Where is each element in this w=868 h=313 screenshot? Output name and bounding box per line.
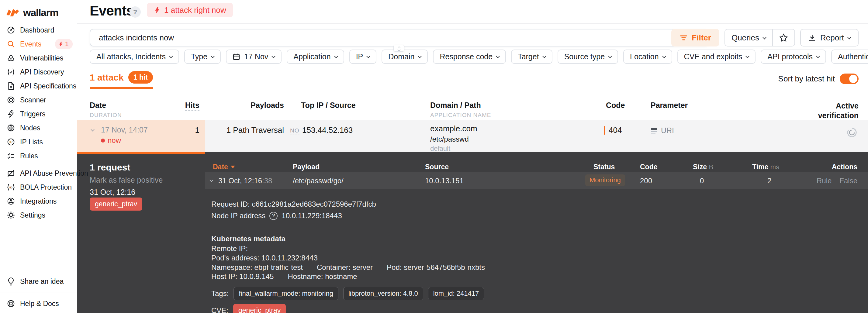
- source-country-tag[interactable]: NO: [290, 127, 300, 135]
- request-column-size[interactable]: Size B: [693, 163, 713, 171]
- attack-row[interactable]: 17 Nov, 14:07 now 1 1 Path Traversal NO …: [77, 120, 868, 152]
- sidebar-item-api-discovery[interactable]: API Discovery: [0, 65, 77, 79]
- request-column-code: Code: [640, 163, 658, 171]
- filter-chip-location[interactable]: Location: [623, 50, 672, 64]
- filter-chip-api-protocols[interactable]: API protocols: [761, 50, 826, 64]
- attack-application: default: [430, 145, 450, 153]
- rule-action-link[interactable]: Rule: [817, 177, 832, 185]
- filter-chip-target[interactable]: Target: [511, 50, 552, 64]
- report-button[interactable]: Report: [800, 29, 859, 46]
- filter-chip-type[interactable]: Type: [184, 50, 221, 64]
- sort-control: Sort by latest hit: [778, 73, 859, 84]
- column-header-domain-path: Domain / Path: [430, 101, 481, 110]
- sidebar-item-label: API Abuse Prevention: [20, 169, 88, 178]
- sidebar-item-ip-lists[interactable]: IP IP Lists: [0, 135, 77, 149]
- sort-label: Sort by latest hit: [778, 74, 835, 84]
- favorite-button[interactable]: [772, 29, 795, 46]
- filter-button[interactable]: Filter: [671, 29, 719, 46]
- queries-button[interactable]: Queries: [725, 29, 772, 46]
- events-table: Date DURATION Hits Payloads Top IP / Sou…: [77, 100, 868, 152]
- toggle-knob: [849, 75, 857, 83]
- sidebar-item-settings[interactable]: Settings: [0, 208, 77, 222]
- verification-spinner-icon[interactable]: [846, 127, 858, 138]
- host-row: Host IP: 10.0.9.145 Hostname: hostname: [211, 272, 357, 281]
- chevron-down-icon: [272, 54, 275, 58]
- filter-chip-ip[interactable]: IP: [349, 50, 377, 64]
- live-dot-icon: [101, 138, 105, 143]
- document-icon: [6, 82, 16, 91]
- attack-alert-badge[interactable]: 1 attack right now: [147, 3, 233, 17]
- request-actions: Rule False: [817, 177, 857, 185]
- search-input[interactable]: [90, 33, 671, 42]
- attack-row-body: [205, 120, 868, 152]
- attack-response-code: 404: [604, 126, 622, 135]
- selected-row-indicator: [77, 152, 205, 154]
- help-icon[interactable]: ?: [129, 6, 141, 18]
- tag-pill[interactable]: lom_id: 241417: [428, 287, 484, 300]
- node-ip-row: Node IP address ? 10.0.11.229:18443: [211, 212, 342, 220]
- sidebar-item-label: Events: [20, 40, 41, 48]
- request-column-date[interactable]: Date: [213, 163, 235, 171]
- sidebar-item-integrations[interactable]: Integrations: [0, 194, 77, 208]
- divider: [77, 89, 868, 89]
- wallarm-logo-text: wallarm: [23, 7, 58, 19]
- collapse-search-handle[interactable]: [394, 45, 404, 52]
- sidebar-item-share-an-idea[interactable]: Share an idea: [0, 274, 77, 288]
- filter-chip-authentication[interactable]: Authentication: [831, 50, 868, 64]
- sidebar-item-help-docs[interactable]: Help & Docs: [0, 296, 77, 311]
- request-id: Request ID: c661c2981a2ed683ec072596e7f7…: [211, 200, 376, 209]
- filter-chip-response-code[interactable]: Response code: [433, 50, 506, 64]
- question-circle-icon[interactable]: ?: [269, 212, 278, 220]
- biohazard-icon: [6, 54, 16, 63]
- request-details-panel: 1 request Mark as false positive 31 Oct,…: [77, 152, 868, 313]
- filter-chips: All attacks, Incidents Type 17 Nov Appli…: [90, 50, 868, 64]
- tag-pill[interactable]: libproton_version: 4.8.0: [343, 287, 423, 300]
- chevron-down-icon: [608, 54, 612, 58]
- remote-ip: Remote IP:: [211, 244, 248, 253]
- request-source: 10.0.13.151: [425, 177, 464, 185]
- attack-date: 17 Nov, 14:07: [101, 126, 148, 134]
- column-header-duration: DURATION: [90, 112, 122, 119]
- column-header-hits[interactable]: Hits: [178, 101, 199, 110]
- sidebar-item-triggers[interactable]: Triggers: [0, 107, 77, 121]
- column-header-top-ip-source: Top IP / Source: [301, 101, 356, 110]
- tab-attacks[interactable]: 1 attack 1 hit: [90, 71, 153, 89]
- sidebar-item-events[interactable]: Events 1: [0, 37, 77, 51]
- sidebar-item-vulnerabilities[interactable]: Vulnerabilities: [0, 51, 77, 65]
- request-column-actions[interactable]: Actions: [832, 163, 857, 171]
- chevron-down-icon: [496, 54, 500, 58]
- filter-chip-attacks-incidents[interactable]: All attacks, Incidents: [90, 50, 179, 64]
- column-header-code: Code: [606, 101, 625, 110]
- sort-toggle[interactable]: [840, 73, 859, 84]
- chevron-down-icon: [397, 48, 400, 51]
- sidebar-item-bola-protection[interactable]: ID BOLA Protection: [0, 180, 77, 194]
- chevron-down-icon: [816, 54, 820, 58]
- filter-chip-source-type[interactable]: Source type: [558, 50, 618, 64]
- attack-type-tag[interactable]: generic_ptrav: [90, 197, 142, 211]
- tag-pill[interactable]: final_wallarm_mode: monitoring: [234, 287, 338, 300]
- wallarm-logo[interactable]: wallarm: [0, 0, 77, 23]
- sidebar-item-label: Scanner: [20, 96, 46, 104]
- chevron-down-icon: [334, 54, 338, 58]
- request-column-time[interactable]: Time ms: [752, 163, 779, 171]
- filter-chip-application[interactable]: Application: [287, 50, 344, 64]
- sidebar-item-label: Nodes: [20, 124, 40, 132]
- cve-tag[interactable]: generic_ptrav: [233, 304, 286, 313]
- filter-chip-domain[interactable]: Domain: [381, 50, 428, 64]
- wallarm-app: wallarm Dashboard Events 1: [0, 0, 868, 313]
- sidebar-item-rules[interactable]: Rules: [0, 149, 77, 163]
- filter-chip-date[interactable]: 17 Nov: [226, 50, 282, 64]
- calendar-icon: [232, 53, 240, 60]
- sidebar-item-api-abuse-prevention[interactable]: API Abuse Prevention: [0, 166, 77, 180]
- sidebar: wallarm Dashboard Events 1: [0, 0, 77, 313]
- sidebar-item-dashboard[interactable]: Dashboard: [0, 23, 77, 37]
- bolt-icon: [6, 109, 16, 119]
- mark-false-positive-link[interactable]: Mark as false positive: [90, 176, 163, 184]
- false-action-link[interactable]: False: [839, 177, 857, 185]
- sidebar-item-nodes[interactable]: Nodes: [0, 121, 77, 135]
- sidebar-item-api-specifications[interactable]: API Specifications: [0, 79, 77, 93]
- attack-domain: example.com: [430, 124, 477, 133]
- filter-chip-cve[interactable]: CVE and exploits: [677, 50, 756, 64]
- sidebar-item-scanner[interactable]: Scanner: [0, 93, 77, 107]
- chevron-down-icon: [662, 54, 666, 58]
